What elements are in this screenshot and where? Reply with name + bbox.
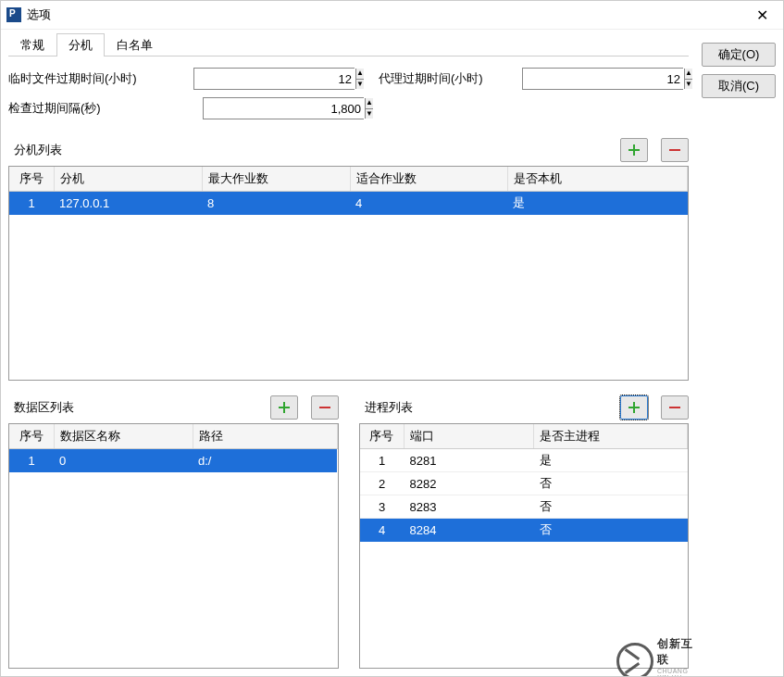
spinner-arrows[interactable]: ▲ ▼ [365,98,373,119]
table-cell: 8284 [404,519,534,542]
data-area-remove-button[interactable] [311,395,339,420]
window-title: 选项 [27,6,741,23]
table-cell: 1 [9,192,54,215]
extension-list-title: 分机列表 [8,142,607,158]
table-cell: 2 [360,472,404,495]
watermark-subtext: CHUANG XIN HU LIAN [657,668,700,677]
minus-icon [319,407,330,408]
temp-file-expire-input[interactable] [194,69,355,89]
check-interval-input[interactable] [204,98,365,119]
spinner-up-icon[interactable]: ▲ [366,98,373,109]
tab-extension[interactable]: 分机 [56,33,105,56]
process-remove-button[interactable] [661,395,689,420]
plus-icon [279,402,290,413]
spinner-down-icon[interactable]: ▼ [356,80,364,90]
extension-col-fitjobs[interactable]: 适合作业数 [350,167,507,192]
plus-icon [628,402,640,413]
spinner-up-icon[interactable]: ▲ [685,69,692,80]
plus-icon [628,144,640,156]
table-row[interactable]: 48284否 [360,519,688,542]
proxy-expire-input[interactable] [523,69,684,89]
table-row[interactable]: 28282否 [360,472,688,495]
data-area-col-path[interactable]: 路径 [193,424,337,449]
table-cell: 1 [360,449,404,472]
table-cell: 8283 [404,495,534,519]
right-button-pane: 确定(O) 取消(C) [696,30,783,676]
spinner-down-icon[interactable]: ▼ [685,80,692,90]
extension-col-host[interactable]: 分机 [54,167,202,192]
table-row[interactable]: 18281是 [360,449,688,472]
process-table-box: 序号 端口 是否主进程 18281是28282否38283否48284否 [359,423,690,669]
table-cell: 0 [54,449,193,472]
minus-icon [669,407,680,408]
table-row[interactable]: 10d:/ [9,449,337,472]
table-cell: 否 [534,495,688,519]
table-cell: 1 [9,449,54,472]
process-col-idx[interactable]: 序号 [360,424,404,449]
extension-table-box: 序号 分机 最大作业数 适合作业数 是否本机 1127.0.0.184是 [8,166,689,381]
table-cell: 8281 [404,449,534,472]
proxy-expire-label: 代理过期时间(小时) [379,70,483,87]
extension-col-islocal[interactable]: 是否本机 [507,167,688,192]
extension-table[interactable]: 序号 分机 最大作业数 适合作业数 是否本机 1127.0.0.184是 [9,167,688,215]
table-cell: 8 [202,192,350,215]
process-col-port[interactable]: 端口 [404,424,534,449]
bottom-split: 数据区列表 序号 数据区名称 [8,384,689,669]
data-area-col-idx[interactable]: 序号 [9,424,54,449]
watermark-icon [616,643,653,676]
spinner-down-icon[interactable]: ▼ [366,109,373,119]
table-cell: d:/ [193,449,337,472]
temp-file-expire-spinner[interactable]: ▲ ▼ [193,68,355,90]
table-cell: 是 [534,449,688,472]
table-row[interactable]: 38283否 [360,495,688,519]
proxy-expire-spinner[interactable]: ▲ ▼ [522,68,683,90]
table-cell: 4 [360,519,404,542]
table-cell: 3 [360,495,404,519]
spinner-up-icon[interactable]: ▲ [356,69,364,80]
process-table[interactable]: 序号 端口 是否主进程 18281是28282否38283否48284否 [360,424,689,542]
options-window: 选项 ✕ 常规 分机 白名单 临时文件过期时间(小时) ▲ [0,0,784,677]
temp-file-expire-label: 临时文件过期时间(小时) [8,70,137,87]
extension-section: 分机列表 序号 分机 最大作业数 [8,127,689,381]
fields-area: 临时文件过期时间(小时) ▲ ▼ 代理过期时间(小时) [8,68,689,127]
data-area-add-button[interactable] [270,395,298,420]
data-area-col-name[interactable]: 数据区名称 [54,424,193,449]
data-area-title: 数据区列表 [8,399,257,416]
process-add-button[interactable] [620,395,648,420]
left-pane: 常规 分机 白名单 临时文件过期时间(小时) ▲ ▼ [1,30,696,676]
close-icon[interactable]: ✕ [741,1,783,29]
table-row[interactable]: 1127.0.0.184是 [9,192,688,215]
table-cell: 否 [534,472,688,495]
table-cell: 否 [534,519,688,542]
data-area-section: 数据区列表 序号 数据区名称 [8,384,339,669]
spinner-arrows[interactable]: ▲ ▼ [355,69,364,89]
check-interval-spinner[interactable]: ▲ ▼ [203,97,364,119]
watermark-text: 创新互联 [657,636,700,668]
table-cell: 8282 [404,472,534,495]
cancel-button[interactable]: 取消(C) [702,74,776,98]
data-area-table-box: 序号 数据区名称 路径 10d:/ [8,423,339,669]
watermark-logo: 创新互联 CHUANG XIN HU LIAN [616,643,700,676]
extension-col-maxjobs[interactable]: 最大作业数 [202,167,350,192]
minus-icon [669,149,680,151]
table-cell: 127.0.0.1 [54,192,202,215]
extension-col-idx[interactable]: 序号 [9,167,54,192]
tab-general[interactable]: 常规 [8,33,56,56]
tab-bar: 常规 分机 白名单 [8,33,689,56]
app-icon [6,7,21,22]
process-title: 进程列表 [359,399,608,416]
extension-remove-button[interactable] [661,138,689,162]
table-cell: 是 [507,192,688,215]
extension-add-button[interactable] [620,138,648,162]
data-area-table[interactable]: 序号 数据区名称 路径 10d:/ [9,424,338,472]
check-interval-label: 检查过期间隔(秒) [8,100,101,117]
body-area: 常规 分机 白名单 临时文件过期时间(小时) ▲ ▼ [1,30,783,676]
titlebar: 选项 ✕ [1,1,783,30]
tab-whitelist[interactable]: 白名单 [105,33,165,56]
process-section: 进程列表 序号 端口 [359,384,690,669]
table-cell: 4 [350,192,507,215]
spinner-arrows[interactable]: ▲ ▼ [684,69,692,89]
process-col-ismain[interactable]: 是否主进程 [534,424,688,449]
ok-button[interactable]: 确定(O) [702,43,776,67]
